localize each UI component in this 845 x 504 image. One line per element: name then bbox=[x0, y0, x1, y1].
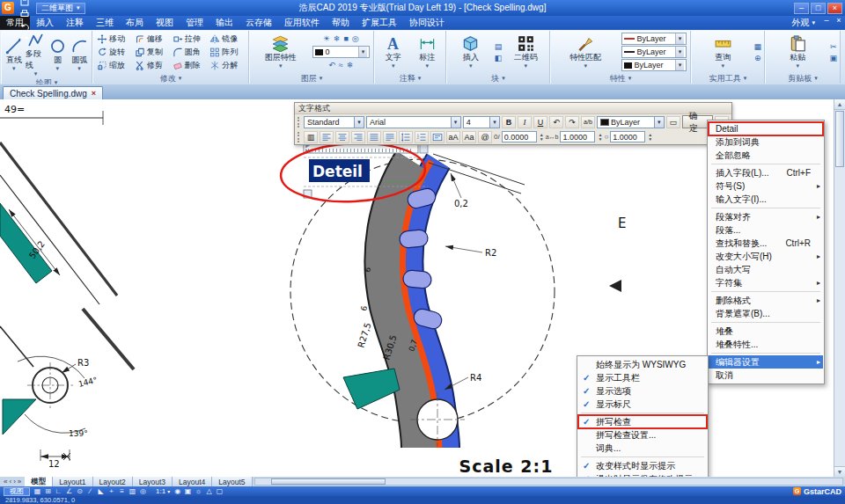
scroll-down-icon[interactable]: ▼ bbox=[834, 466, 845, 477]
dropdown-caret-icon[interactable]: ▾ bbox=[425, 63, 429, 69]
font-select[interactable]: Arial▾ bbox=[366, 116, 461, 128]
symbol-button[interactable]: @ bbox=[478, 131, 492, 143]
ducs-icon[interactable]: ◣ bbox=[96, 487, 106, 496]
stepper-icon[interactable]: ▲▼ bbox=[598, 133, 602, 142]
drawing-canvas[interactable]: 49= 50,2 R3 144° 139° 12 bbox=[0, 99, 845, 477]
minimize-button[interactable]: – bbox=[794, 3, 809, 14]
scroll-up-icon[interactable]: ▲ bbox=[834, 99, 845, 110]
ribbon-tab-3[interactable]: 三维 bbox=[90, 16, 120, 30]
dropdown-caret-icon[interactable]: ▾ bbox=[469, 63, 473, 69]
scrollbar-thumb[interactable] bbox=[835, 111, 844, 167]
menu-item[interactable]: 背景遮罩(B)... bbox=[709, 307, 823, 320]
oblique-angle-field[interactable]: 0.0000 bbox=[502, 131, 537, 142]
menu-item[interactable]: ✓显示选项 bbox=[578, 384, 707, 398]
dropdown-caret-icon[interactable]: ▾ bbox=[34, 71, 38, 77]
undo-button[interactable] bbox=[18, 20, 32, 33]
fullscreen-icon[interactable]: ▢ bbox=[215, 487, 224, 496]
ribbon-button-explode[interactable]: 分解 bbox=[209, 59, 246, 71]
doc-close-button[interactable]: × bbox=[833, 16, 845, 30]
ribbon-tab-9[interactable]: 应用软件 bbox=[278, 16, 326, 30]
menu-item[interactable]: 词典... bbox=[578, 442, 707, 455]
chevron-down-icon[interactable]: ▾ bbox=[675, 33, 684, 44]
panel-label[interactable]: 注释▾ bbox=[375, 73, 445, 84]
columns-button[interactable]: ▥ bbox=[304, 131, 318, 143]
object-snap-icon[interactable]: ⊙ bbox=[75, 487, 84, 496]
panel-label[interactable]: 块▾ bbox=[447, 73, 549, 84]
chevron-down-icon[interactable]: ▾ bbox=[358, 47, 367, 57]
ribbon-button-text[interactable]: A文字▾ bbox=[377, 32, 410, 72]
ribbon-button-rotate[interactable]: 旋转 bbox=[96, 46, 133, 58]
document-tab[interactable]: Check Spelling.dwg × bbox=[3, 86, 103, 99]
menu-item[interactable]: ✓改变样式时显示提示 bbox=[578, 459, 707, 472]
gstarcad-logo[interactable]: G bbox=[2, 2, 14, 14]
chevron-down-icon[interactable]: ▾ bbox=[451, 117, 460, 128]
menu-item[interactable]: 段落... bbox=[709, 223, 823, 237]
close-button[interactable]: × bbox=[827, 3, 842, 14]
snap-icon[interactable]: ▦ bbox=[33, 487, 42, 496]
layer-previous-icon[interactable]: ↶ bbox=[328, 61, 335, 69]
menu-item[interactable]: ✓拼写检查 bbox=[578, 415, 707, 428]
tab-last-icon[interactable]: » bbox=[18, 478, 21, 486]
layer-isolate-icon[interactable]: ◎ bbox=[352, 34, 359, 43]
ribbon-button-mirror[interactable]: 镜像 bbox=[209, 33, 246, 45]
ribbon-tab-5[interactable]: 视图 bbox=[150, 16, 180, 30]
ortho-icon[interactable]: ∟ bbox=[54, 487, 63, 496]
align-left-button[interactable] bbox=[320, 131, 334, 143]
doc-minimize-button[interactable]: – bbox=[820, 16, 833, 30]
align-justify-button[interactable] bbox=[367, 131, 381, 143]
redo-button[interactable]: ↷ bbox=[565, 116, 579, 128]
annotation-visibility-icon[interactable]: ◉ bbox=[173, 487, 182, 496]
autoscale-icon[interactable]: ▣ bbox=[183, 487, 193, 496]
bold-button[interactable]: B bbox=[502, 116, 516, 128]
dropdown-caret-icon[interactable]: ▾ bbox=[524, 63, 527, 69]
tab-first-icon[interactable]: « bbox=[4, 478, 7, 486]
panel-expand-icon[interactable]: ▾ bbox=[179, 76, 182, 81]
font-size-select[interactable]: 4▾ bbox=[463, 116, 500, 128]
dropdown-caret-icon[interactable]: ▾ bbox=[796, 63, 799, 69]
panel-expand-icon[interactable]: ▾ bbox=[628, 76, 632, 81]
uppercase-button[interactable]: aA bbox=[446, 131, 460, 143]
ribbon-button-scale[interactable]: 缩放 bbox=[96, 59, 133, 71]
menu-item[interactable]: 堆叠特性... bbox=[709, 338, 823, 351]
stepper-icon[interactable]: ▲▼ bbox=[648, 133, 652, 142]
menu-item[interactable]: 输入文字(I)... bbox=[709, 193, 823, 206]
menu-item[interactable]: ✓显示工具栏 bbox=[578, 371, 707, 384]
workspace-dropdown[interactable]: 二维草图 ▾ bbox=[36, 3, 85, 14]
italic-button[interactable]: I bbox=[518, 116, 532, 128]
undo-button[interactable]: ↶ bbox=[549, 116, 563, 128]
layout-tab-1[interactable]: Layout1 bbox=[53, 477, 92, 486]
grid-icon[interactable]: ⊞ bbox=[43, 487, 53, 496]
dropdown-caret-icon[interactable]: ▾ bbox=[392, 63, 395, 69]
numbering-button[interactable]: 12 bbox=[415, 131, 429, 143]
layer-select[interactable]: 0▾ bbox=[312, 46, 371, 58]
print-button[interactable] bbox=[18, 8, 32, 20]
ribbon-tab-7[interactable]: 输出 bbox=[209, 16, 239, 30]
ribbon-button-array[interactable]: 阵列 bbox=[209, 46, 246, 58]
view-button[interactable]: 视图 bbox=[4, 487, 30, 496]
menu-item[interactable]: 全部忽略 bbox=[709, 149, 823, 162]
ribbon-button-offset[interactable]: 偏移 bbox=[134, 33, 171, 45]
object-track-icon[interactable]: ∕ bbox=[85, 487, 95, 496]
ribbon-button-paste[interactable]: 粘贴▾ bbox=[768, 32, 827, 72]
menu-item[interactable]: 段落对齐▸ bbox=[709, 210, 823, 223]
chevron-down-icon[interactable]: ▾ bbox=[489, 117, 499, 128]
insert-field-button[interactable] bbox=[430, 131, 445, 143]
ribbon-button-layers[interactable]: 图层特性▾ bbox=[252, 32, 310, 72]
ribbon-button-match-properties[interactable]: 特性匹配▾ bbox=[553, 32, 619, 72]
tab-next-icon[interactable]: › bbox=[13, 478, 16, 486]
appearance-menu[interactable]: 外观 ▾ bbox=[786, 16, 820, 30]
align-center-button[interactable] bbox=[335, 131, 349, 143]
menu-item[interactable]: 字符集▸ bbox=[709, 276, 823, 289]
calculator-icon[interactable]: ▦ bbox=[753, 42, 761, 51]
ribbon-button-trim[interactable]: 修剪 bbox=[134, 59, 171, 71]
cut-icon[interactable]: ✂ bbox=[829, 42, 837, 51]
layout-tab-5[interactable]: Layout5 bbox=[212, 477, 252, 486]
ribbon-button-dimension[interactable]: 标注▾ bbox=[411, 32, 445, 72]
block-attribute-icon[interactable]: ◧ bbox=[495, 54, 503, 62]
menu-item[interactable]: 插入字段(L)...Ctrl+F bbox=[709, 166, 823, 179]
menu-item[interactable]: 添加到词典 bbox=[709, 135, 823, 149]
chevron-down-icon[interactable]: ▾ bbox=[354, 117, 364, 128]
panel-label[interactable]: 图层▾ bbox=[250, 73, 373, 84]
menu-item[interactable]: 删除格式▸ bbox=[709, 294, 823, 307]
lowercase-button[interactable]: Aa bbox=[462, 131, 476, 143]
